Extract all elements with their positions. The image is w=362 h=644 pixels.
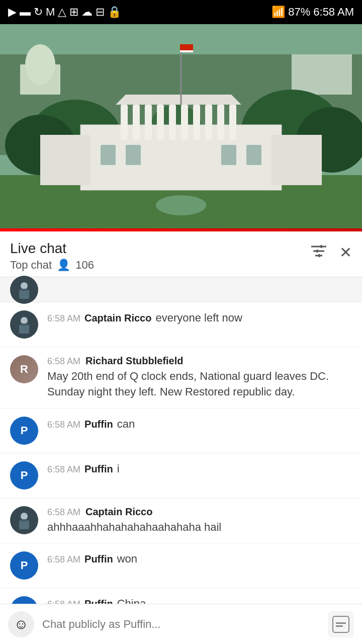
filter-icon[interactable]: [310, 244, 327, 261]
message-time: 6:58 AM: [47, 420, 80, 430]
chat-subtitle: Top chat 👤 106: [10, 259, 94, 272]
svg-rect-18: [169, 105, 176, 140]
m-icon: M: [46, 6, 55, 19]
svg-point-3: [25, 44, 55, 85]
message-meta: 6:58 AM Richard Stubblefield: [47, 355, 352, 367]
lock-icon: 🔒: [108, 6, 121, 19]
svg-rect-48: [19, 520, 29, 529]
message-time: 6:58 AM: [47, 507, 80, 518]
message-time: 6:58 AM: [47, 313, 80, 324]
svg-point-41: [21, 282, 28, 289]
message-text: ahhhaaahhahahahahaahahaha hail: [47, 520, 352, 535]
avatar: P: [10, 551, 38, 580]
message-author: Puffin: [84, 419, 113, 430]
clock: 6:58 AM: [313, 6, 354, 19]
chat-input[interactable]: [42, 618, 320, 631]
svg-rect-45: [19, 325, 29, 334]
svg-rect-51: [336, 622, 346, 624]
chat-header-icons: ✕: [310, 240, 352, 261]
message-text: everyone left now: [155, 310, 242, 326]
avatar: [10, 276, 38, 304]
message-author: Puffin: [84, 553, 113, 565]
chat-message: R 6:58 AM Richard Stubblefield May 20th …: [0, 347, 362, 409]
viewer-icon: 👤: [57, 259, 70, 272]
send-button[interactable]: [328, 611, 354, 637]
svg-rect-23: [229, 105, 236, 140]
svg-rect-34: [180, 50, 193, 52]
chat-message: 6:58 AM Captain Ricco everyone left now: [0, 302, 362, 347]
chat-header-left: Live chat Top chat 👤 106: [10, 240, 94, 272]
svg-rect-43: [21, 289, 28, 291]
svg-rect-27: [221, 145, 236, 165]
message-author: Captain Ricco: [85, 506, 152, 518]
chat-message: P 6:58 AM Puffin i: [0, 453, 362, 498]
chat-message: 6:58 AM Captain Ricco ahhhaaahhahahahaha…: [0, 498, 362, 544]
svg-rect-14: [121, 105, 128, 140]
message-body: 6:58 AM Puffin won: [47, 551, 352, 567]
alert-icon: △: [58, 6, 66, 19]
message-text: May 20th end of Q clock ends, National g…: [47, 369, 352, 400]
message-body: 6:58 AM Captain Ricco everyone left now: [47, 310, 352, 326]
message-author: Richard Stubblefield: [85, 355, 183, 367]
youtube-icon: ▶: [8, 6, 17, 19]
svg-rect-42: [19, 290, 29, 299]
svg-point-44: [21, 317, 28, 324]
svg-rect-21: [205, 105, 212, 140]
video-thumbnail: [0, 24, 362, 228]
chat-message: P 6:58 AM Puffin can: [0, 409, 362, 453]
message-body: 6:58 AM Puffin can: [47, 417, 352, 432]
message-body: 6:58 AM Puffin i: [47, 461, 352, 477]
avatar: [10, 310, 38, 339]
avatar: [10, 506, 38, 534]
message-author: Puffin: [84, 463, 113, 475]
svg-rect-20: [193, 105, 200, 140]
viewer-count: 106: [75, 259, 94, 272]
svg-rect-49: [21, 519, 28, 521]
svg-rect-50: [333, 616, 349, 632]
close-icon[interactable]: ✕: [339, 245, 352, 260]
svg-point-47: [21, 513, 28, 520]
avatar: R: [10, 355, 38, 383]
svg-rect-52: [336, 625, 343, 627]
sync-icon: ↻: [34, 6, 43, 19]
status-bar: ▶ ▬ ↻ M △ ⊞ ☁ ⊟ 🔒 📶 87% 6:58 AM: [0, 0, 362, 24]
status-right: 📶 87% 6:58 AM: [272, 6, 354, 19]
svg-rect-4: [292, 54, 352, 95]
svg-rect-19: [181, 105, 188, 140]
message-text: won: [117, 551, 137, 567]
svg-rect-15: [133, 105, 140, 140]
svg-rect-46: [21, 324, 28, 326]
status-left: ▶ ▬ ↻ M △ ⊞ ☁ ⊟ 🔒: [8, 6, 121, 19]
message-meta: 6:58 AM Captain Ricco: [47, 506, 352, 518]
svg-marker-24: [116, 95, 241, 105]
svg-point-29: [156, 195, 206, 215]
svg-rect-22: [217, 105, 224, 140]
chat-title: Live chat: [10, 240, 94, 257]
avatar: P: [10, 461, 38, 490]
avatar: P: [10, 417, 38, 445]
svg-rect-12: [40, 135, 90, 185]
message-body: 6:58 AM Captain Ricco ahhhaaahhahahahaha…: [47, 506, 352, 535]
message-author: Captain Ricco: [84, 312, 151, 324]
svg-rect-17: [157, 105, 164, 140]
folder-icon: ▬: [20, 6, 31, 19]
wifi-icon: 📶: [272, 6, 285, 19]
chat-list: 6:58 AM Captain Ricco everyone left now …: [0, 302, 362, 633]
message-time: 6:58 AM: [47, 554, 80, 565]
message-body: 6:58 AM Richard Stubblefield May 20th en…: [47, 355, 352, 400]
battery-text: 87%: [288, 6, 310, 19]
chat-input-bar: ☺: [0, 604, 362, 644]
emoji-button[interactable]: ☺: [8, 611, 34, 637]
top-chat-label[interactable]: Top chat: [10, 259, 52, 272]
svg-rect-32: [180, 44, 193, 47]
chat-message: P 6:58 AM Puffin won: [0, 543, 362, 588]
message-text: can: [117, 417, 135, 432]
partial-message-row: [0, 277, 362, 302]
svg-rect-25: [101, 145, 116, 165]
message-text: i: [117, 461, 120, 477]
message-time: 6:58 AM: [47, 464, 80, 475]
video-player[interactable]: [0, 24, 362, 228]
svg-rect-26: [126, 145, 141, 165]
grid-icon: ⊟: [96, 6, 105, 19]
chat-header: Live chat Top chat 👤 106 ✕: [0, 231, 362, 277]
